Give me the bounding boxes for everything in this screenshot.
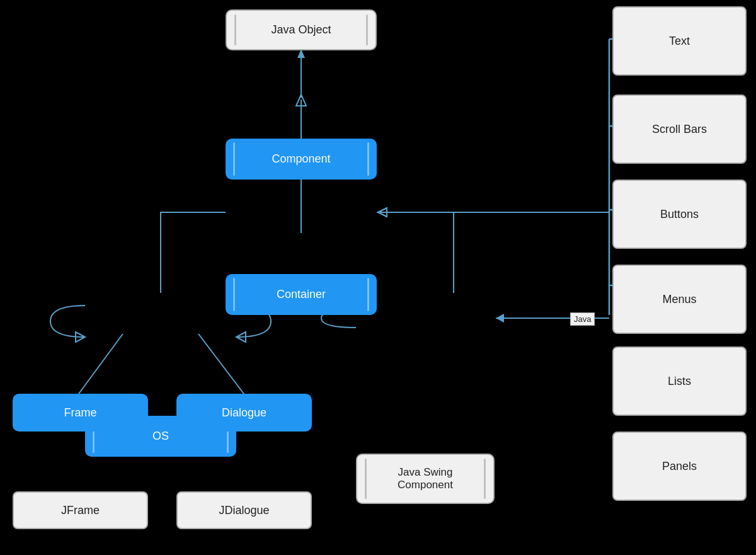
java-swing-node: Java Swing Component: [356, 454, 495, 504]
text-box: Text: [612, 6, 747, 76]
text-box-label: Text: [669, 35, 690, 48]
scrollbars-box-label: Scroll Bars: [652, 123, 707, 136]
panels-box: Panels: [612, 432, 747, 501]
container-label: Container: [277, 288, 326, 301]
buttons-box: Buttons: [612, 180, 747, 249]
container-node: Container: [226, 274, 377, 315]
java-label: Java: [570, 312, 595, 326]
svg-marker-24: [378, 208, 387, 217]
svg-marker-18: [496, 314, 504, 323]
java-object-label: Java Object: [271, 23, 331, 37]
jdialogue-label: JDialogue: [219, 504, 269, 517]
os-label: OS: [152, 430, 169, 443]
svg-marker-1: [297, 49, 305, 58]
jframe-label: JFrame: [61, 504, 100, 517]
frame-node: Frame: [13, 394, 148, 432]
svg-marker-7: [296, 94, 306, 106]
component-node: Component: [226, 139, 377, 180]
lists-box-label: Lists: [668, 375, 691, 388]
buttons-box-label: Buttons: [660, 208, 699, 221]
panels-box-label: Panels: [662, 460, 697, 473]
menus-box-label: Menus: [662, 293, 696, 306]
dialogue-label: Dialogue: [222, 406, 266, 420]
svg-line-15: [79, 334, 123, 394]
java-label-text: Java: [574, 314, 591, 324]
jframe-node: JFrame: [13, 491, 148, 529]
svg-marker-12: [378, 208, 387, 217]
lists-box: Lists: [612, 346, 747, 416]
dialogue-node: Dialogue: [176, 394, 312, 432]
svg-marker-13: [76, 332, 85, 342]
java-swing-label: Java Swing Component: [398, 466, 453, 491]
scrollbars-box: Scroll Bars: [612, 94, 747, 164]
java-object-node: Java Object: [226, 9, 377, 50]
svg-line-16: [198, 334, 244, 394]
svg-marker-14: [236, 332, 246, 342]
frame-label: Frame: [64, 406, 96, 420]
diagram-container: Java Object Component Container OS Java …: [0, 0, 756, 555]
jdialogue-node: JDialogue: [176, 491, 312, 529]
component-label: Component: [272, 152, 330, 166]
menus-box: Menus: [612, 265, 747, 334]
